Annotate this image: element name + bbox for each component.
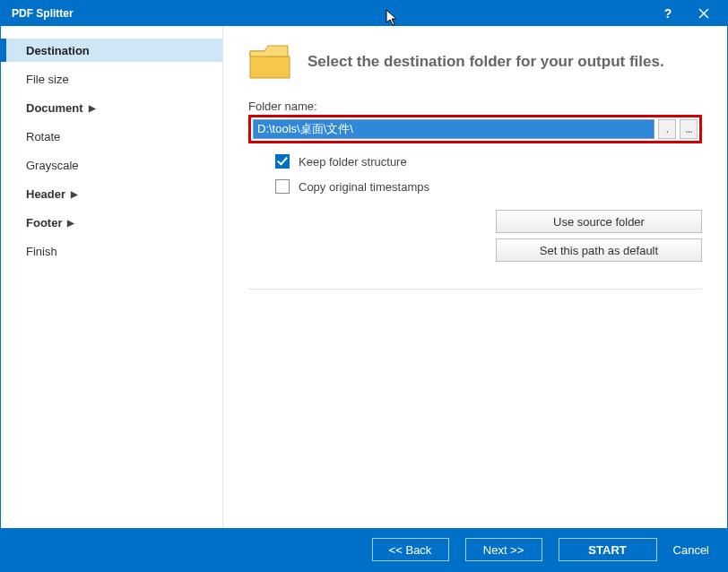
page-title: Select the destination folder for your o… [308, 53, 664, 71]
start-button[interactable]: START [559, 538, 657, 561]
sidebar: Destination File size Document ▶ Rotate … [1, 26, 223, 528]
window-title: PDF Splitter [12, 7, 650, 20]
keep-folder-structure-label: Keep folder structure [299, 155, 407, 169]
sidebar-item-rotate[interactable]: Rotate [1, 125, 222, 148]
sidebar-item-finish[interactable]: Finish [1, 239, 222, 263]
sidebar-item-label: Footer [26, 216, 62, 230]
folder-row-highlight: . ... [248, 115, 702, 143]
sidebar-item-label: Rotate [26, 130, 60, 143]
folder-icon [248, 44, 291, 80]
wizard-footer: << Back Next >> START Cancel [1, 528, 727, 571]
browse-button[interactable]: ... [680, 119, 698, 139]
sidebar-item-header[interactable]: Header ▶ [1, 182, 222, 205]
sidebar-item-label: Header [26, 187, 65, 201]
next-button[interactable]: Next >> [465, 538, 542, 561]
path-token-button[interactable]: . [658, 119, 676, 139]
chevron-right-icon: ▶ [89, 103, 96, 113]
help-button[interactable]: ? [650, 1, 686, 26]
sidebar-item-destination[interactable]: Destination [1, 39, 222, 62]
back-button[interactable]: << Back [372, 538, 449, 561]
copy-timestamps-checkbox[interactable] [275, 179, 290, 194]
titlebar: PDF Splitter ? [1, 1, 727, 26]
keep-folder-structure-row[interactable]: Keep folder structure [248, 154, 702, 169]
use-source-folder-button[interactable]: Use source folder [496, 210, 702, 233]
set-default-path-button[interactable]: Set this path as default [496, 238, 702, 262]
folder-name-label: Folder name: [248, 100, 702, 113]
header-row: Select the destination folder for your o… [248, 44, 702, 80]
copy-timestamps-row[interactable]: Copy original timestamps [248, 179, 702, 194]
sidebar-item-label: Destination [26, 44, 90, 57]
sidebar-item-label: Grayscale [26, 159, 79, 172]
separator [248, 289, 702, 290]
folder-path-input[interactable] [253, 119, 654, 139]
sidebar-item-label: File size [26, 73, 69, 86]
main-panel: Select the destination folder for your o… [223, 26, 727, 528]
app-window: PDF Splitter ? Destination File size Doc… [0, 0, 728, 572]
right-buttons: Use source folder Set this path as defau… [248, 210, 702, 262]
chevron-right-icon: ▶ [71, 189, 78, 199]
sidebar-item-document[interactable]: Document ▶ [1, 96, 222, 119]
sidebar-item-footer[interactable]: Footer ▶ [1, 211, 222, 234]
copy-timestamps-label: Copy original timestamps [299, 180, 429, 194]
sidebar-item-label: Finish [26, 245, 57, 258]
close-button[interactable] [686, 1, 722, 26]
sidebar-item-filesize[interactable]: File size [1, 67, 222, 91]
body: Destination File size Document ▶ Rotate … [1, 26, 727, 528]
sidebar-item-grayscale[interactable]: Grayscale [1, 153, 222, 177]
cancel-button[interactable]: Cancel [673, 543, 709, 557]
keep-folder-structure-checkbox[interactable] [275, 154, 290, 169]
sidebar-item-label: Document [26, 101, 83, 115]
chevron-right-icon: ▶ [67, 218, 74, 228]
